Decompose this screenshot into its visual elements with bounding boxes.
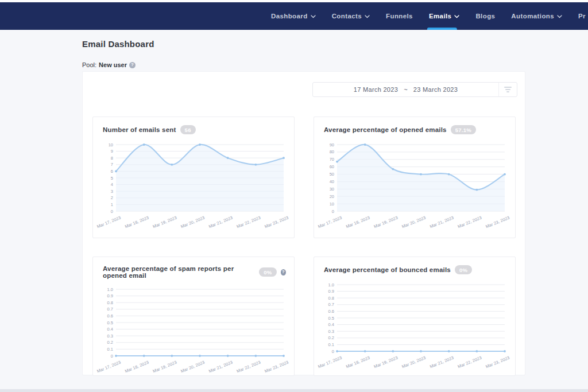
nav-item-truncated[interactable]: Pr bbox=[578, 2, 586, 30]
svg-text:40: 40 bbox=[330, 179, 334, 184]
chevron-down-icon bbox=[557, 15, 562, 18]
svg-text:Mar 20, 2023: Mar 20, 2023 bbox=[180, 215, 205, 230]
nav-item-funnels[interactable]: Funnels bbox=[386, 2, 413, 30]
svg-text:Mar 17, 2023: Mar 17, 2023 bbox=[317, 355, 342, 370]
nav-item-label: Emails bbox=[429, 13, 451, 20]
svg-text:0: 0 bbox=[332, 349, 334, 354]
page-title: Email Dashboard bbox=[82, 39, 588, 49]
top-navbar: Dashboard Contacts Funnels Emails Blogs … bbox=[0, 2, 588, 30]
chevron-down-icon bbox=[311, 15, 316, 18]
svg-text:0: 0 bbox=[332, 209, 334, 214]
date-range-text: 17 March 2023 ~ 23 March 2023 bbox=[313, 86, 498, 93]
nav-item-label: Funnels bbox=[386, 13, 413, 20]
svg-text:9: 9 bbox=[111, 149, 113, 154]
svg-text:Mar 23, 2023: Mar 23, 2023 bbox=[485, 355, 510, 370]
svg-text:0.5: 0.5 bbox=[107, 320, 113, 325]
svg-text:90: 90 bbox=[330, 142, 334, 148]
line-chart-spam-reports: 00.10.20.30.40.50.60.70.80.91.0Mar 17, 2… bbox=[101, 286, 286, 377]
chart-card-opened-emails: Average percentage of opened emails 57.1… bbox=[314, 117, 516, 238]
line-chart-emails-sent: 012345678910Mar 17, 2023Mar 18, 2023Mar … bbox=[101, 141, 286, 232]
svg-text:0.4: 0.4 bbox=[107, 327, 113, 332]
svg-text:8: 8 bbox=[111, 156, 113, 161]
svg-text:7: 7 bbox=[111, 162, 113, 167]
nav-items: Dashboard Contacts Funnels Emails Blogs … bbox=[271, 2, 588, 30]
svg-text:30: 30 bbox=[330, 187, 334, 192]
svg-text:Mar 19, 2023: Mar 19, 2023 bbox=[373, 215, 399, 230]
line-chart-bounced-emails: 00.10.20.30.40.50.60.70.80.91.0Mar 17, 2… bbox=[322, 281, 507, 372]
nav-item-automations[interactable]: Automations bbox=[511, 2, 562, 30]
nav-item-emails[interactable]: Emails bbox=[429, 2, 459, 30]
svg-text:Mar 19, 2023: Mar 19, 2023 bbox=[152, 360, 177, 374]
svg-text:Mar 22, 2023: Mar 22, 2023 bbox=[236, 360, 261, 374]
card-header: Average percentage of bounced emails 0% bbox=[322, 265, 507, 274]
svg-text:0.2: 0.2 bbox=[107, 340, 113, 345]
svg-text:Mar 20, 2023: Mar 20, 2023 bbox=[401, 355, 426, 370]
date-range-picker[interactable]: 17 March 2023 ~ 23 March 2023 bbox=[312, 82, 517, 97]
svg-text:Mar 22, 2023: Mar 22, 2023 bbox=[457, 215, 482, 230]
svg-text:Mar 17, 2023: Mar 17, 2023 bbox=[96, 360, 121, 374]
nav-item-label: Pr bbox=[578, 13, 586, 20]
chart-title: Average percentage of spam reports per o… bbox=[103, 265, 255, 279]
svg-text:Mar 18, 2023: Mar 18, 2023 bbox=[345, 215, 370, 230]
svg-text:10: 10 bbox=[330, 201, 334, 207]
svg-text:70: 70 bbox=[330, 157, 334, 162]
svg-text:3: 3 bbox=[111, 189, 113, 194]
svg-text:1.0: 1.0 bbox=[107, 287, 113, 292]
svg-text:0.3: 0.3 bbox=[107, 333, 113, 339]
chart-title: Average percentage of opened emails bbox=[324, 126, 447, 133]
chevron-down-icon bbox=[454, 15, 459, 18]
svg-text:Mar 22, 2023: Mar 22, 2023 bbox=[457, 355, 482, 370]
svg-text:0.9: 0.9 bbox=[328, 289, 334, 294]
main-content: Email Dashboard Pool: New user ? Since: … bbox=[0, 30, 588, 392]
nav-item-label: Dashboard bbox=[271, 13, 308, 20]
metric-badge: 57.1% bbox=[451, 125, 476, 134]
svg-text:2: 2 bbox=[111, 195, 113, 200]
nav-item-label: Contacts bbox=[332, 13, 362, 20]
svg-text:0: 0 bbox=[111, 209, 113, 214]
svg-text:Mar 21, 2023: Mar 21, 2023 bbox=[429, 215, 454, 230]
svg-text:Mar 23, 2023: Mar 23, 2023 bbox=[264, 360, 289, 374]
nav-item-contacts[interactable]: Contacts bbox=[332, 2, 370, 30]
pool-help-icon[interactable]: ? bbox=[129, 62, 136, 68]
svg-text:0.1: 0.1 bbox=[328, 342, 334, 347]
svg-text:Mar 18, 2023: Mar 18, 2023 bbox=[124, 360, 149, 374]
svg-text:0.6: 0.6 bbox=[107, 313, 113, 319]
svg-text:0: 0 bbox=[111, 354, 113, 359]
svg-text:Mar 21, 2023: Mar 21, 2023 bbox=[429, 355, 454, 370]
filter-icon[interactable] bbox=[498, 83, 517, 96]
nav-item-dashboard[interactable]: Dashboard bbox=[271, 2, 316, 30]
svg-text:Mar 19, 2023: Mar 19, 2023 bbox=[373, 355, 399, 370]
chart-title: Average percentage of bounced emails bbox=[324, 266, 451, 273]
svg-text:Mar 18, 2023: Mar 18, 2023 bbox=[124, 215, 149, 230]
chart-card-bounced-emails: Average percentage of bounced emails 0% … bbox=[314, 257, 516, 376]
chart-card-emails-sent: Number of emails sent 56 012345678910Mar… bbox=[92, 117, 295, 238]
nav-item-blogs[interactable]: Blogs bbox=[475, 2, 495, 30]
card-header: Number of emails sent 56 bbox=[101, 125, 286, 134]
svg-text:Mar 19, 2023: Mar 19, 2023 bbox=[152, 215, 177, 230]
svg-text:50: 50 bbox=[330, 172, 334, 177]
svg-text:1.0: 1.0 bbox=[328, 282, 334, 288]
svg-text:0.3: 0.3 bbox=[328, 329, 334, 334]
svg-text:1: 1 bbox=[111, 202, 113, 207]
svg-text:Mar 20, 2023: Mar 20, 2023 bbox=[401, 215, 426, 230]
svg-text:0.4: 0.4 bbox=[328, 322, 334, 327]
svg-text:0.2: 0.2 bbox=[328, 335, 334, 340]
chart-card-spam-reports: Average percentage of spam reports per o… bbox=[92, 257, 295, 376]
chart-title: Number of emails sent bbox=[103, 126, 176, 133]
svg-text:Mar 21, 2023: Mar 21, 2023 bbox=[208, 215, 233, 230]
svg-text:0.7: 0.7 bbox=[328, 302, 334, 307]
metric-badge: 0% bbox=[455, 265, 472, 274]
svg-text:Mar 23, 2023: Mar 23, 2023 bbox=[485, 215, 510, 230]
svg-text:0.8: 0.8 bbox=[107, 300, 113, 305]
svg-text:20: 20 bbox=[330, 194, 334, 199]
svg-text:4: 4 bbox=[111, 182, 113, 187]
card-header: Average percentage of opened emails 57.1… bbox=[322, 125, 507, 134]
nav-item-label: Blogs bbox=[475, 13, 495, 20]
spam-help-icon[interactable]: ? bbox=[281, 269, 286, 275]
svg-text:6: 6 bbox=[111, 169, 113, 174]
svg-text:Mar 20, 2023: Mar 20, 2023 bbox=[180, 360, 205, 374]
card-header: Average percentage of spam reports per o… bbox=[101, 265, 286, 279]
svg-text:0.5: 0.5 bbox=[328, 316, 334, 321]
svg-text:Mar 22, 2023: Mar 22, 2023 bbox=[236, 215, 261, 230]
svg-text:80: 80 bbox=[330, 149, 334, 154]
